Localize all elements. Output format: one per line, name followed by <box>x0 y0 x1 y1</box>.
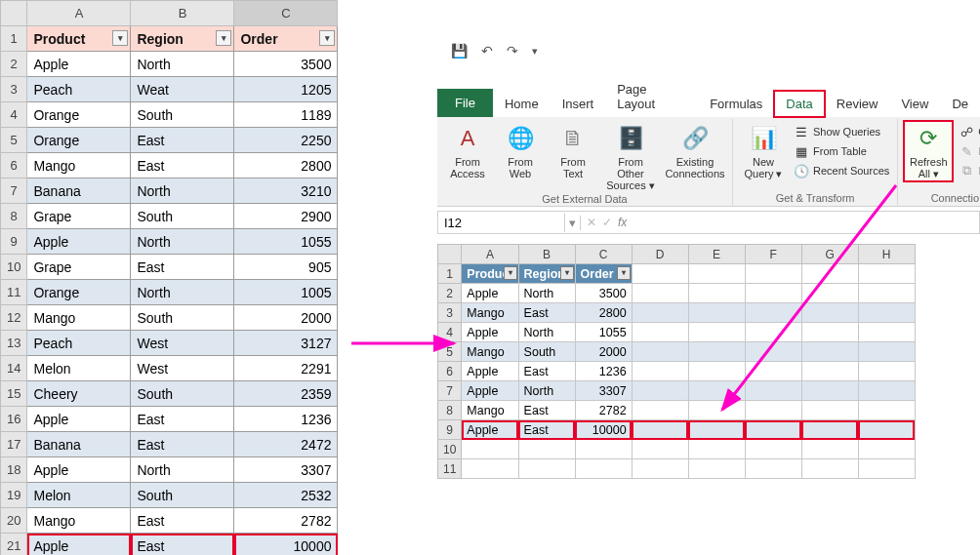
cell[interactable] <box>518 459 575 479</box>
cell[interactable] <box>688 420 745 440</box>
cell[interactable] <box>858 440 915 459</box>
cell[interactable] <box>575 440 632 459</box>
row-header[interactable]: 3 <box>1 77 27 102</box>
filter-icon[interactable]: ▾ <box>617 266 631 280</box>
cell-region[interactable]: North <box>131 229 234 255</box>
row-header[interactable]: 1 <box>1 26 27 52</box>
cell-product[interactable]: Melon <box>27 483 131 508</box>
cell-product[interactable]: Mango <box>27 153 131 178</box>
cell-region[interactable]: East <box>131 407 234 432</box>
row-header[interactable]: 4 <box>1 102 27 128</box>
cell[interactable] <box>858 420 915 440</box>
cell-region[interactable]: East <box>131 153 234 178</box>
row-header[interactable]: 16 <box>1 407 27 432</box>
cell[interactable] <box>745 440 801 459</box>
cell-order[interactable]: 2000 <box>575 342 632 362</box>
filter-icon[interactable]: ▾ <box>216 30 231 46</box>
cell-product[interactable]: Apple <box>462 323 518 342</box>
col-header-b[interactable]: B <box>131 1 234 26</box>
cell[interactable] <box>688 381 745 401</box>
cell[interactable] <box>688 362 745 381</box>
cell[interactable] <box>858 342 915 362</box>
cell-order[interactable]: 1236 <box>575 362 632 381</box>
cell-order[interactable]: 1055 <box>575 323 632 342</box>
qat-customize-icon[interactable]: ▾ <box>532 45 538 58</box>
cell-region[interactable]: East <box>518 401 575 420</box>
name-box[interactable]: I12 <box>438 214 565 232</box>
cell[interactable] <box>858 303 915 323</box>
cell[interactable] <box>688 440 745 459</box>
cell[interactable] <box>858 401 915 420</box>
cell[interactable] <box>632 362 688 381</box>
row-header[interactable]: 15 <box>1 381 27 407</box>
row-header[interactable]: 19 <box>1 483 27 508</box>
cell-region[interactable]: East <box>131 432 234 457</box>
cell[interactable] <box>801 264 858 284</box>
row-header[interactable]: 18 <box>1 457 27 483</box>
cell-region[interactable]: Weat <box>131 77 234 102</box>
cell-region[interactable]: East <box>131 508 234 534</box>
cell[interactable] <box>632 381 688 401</box>
cell-order[interactable]: 2291 <box>234 356 338 381</box>
cell-order[interactable]: 3307 <box>234 457 338 483</box>
cell-order[interactable]: 10000 <box>234 534 338 556</box>
cell[interactable] <box>688 284 745 303</box>
cell-region[interactable]: South <box>131 381 234 407</box>
col-header-e[interactable]: E <box>688 245 745 264</box>
row-header[interactable]: 17 <box>1 432 27 457</box>
cell[interactable] <box>688 264 745 284</box>
cell-product[interactable]: Orange <box>27 280 131 305</box>
cell-order[interactable]: 1236 <box>234 407 338 432</box>
cell-region[interactable]: East <box>518 303 575 323</box>
cell-product[interactable]: Grape <box>27 204 131 229</box>
cell-order[interactable]: 905 <box>234 255 338 280</box>
cell[interactable] <box>688 459 745 479</box>
cell-region[interactable]: East <box>131 128 234 153</box>
cell-order[interactable]: 2782 <box>575 401 632 420</box>
col-header-a[interactable]: A <box>462 245 518 264</box>
cell[interactable] <box>858 362 915 381</box>
cell-product[interactable]: Peach <box>27 77 131 102</box>
cell-order[interactable]: 2000 <box>234 305 338 331</box>
row-header[interactable]: 4 <box>438 323 462 342</box>
cell-order[interactable]: 2472 <box>234 432 338 457</box>
cell[interactable] <box>745 264 801 284</box>
cell-product[interactable]: Banana <box>27 178 131 204</box>
cell[interactable] <box>632 342 688 362</box>
cell[interactable] <box>801 284 858 303</box>
row-header[interactable]: 2 <box>438 284 462 303</box>
cell-product[interactable]: Banana <box>27 432 131 457</box>
from-table-button[interactable]: ▦From Table <box>792 142 891 160</box>
cell-product[interactable]: Apple <box>27 407 131 432</box>
col-header-d[interactable]: D <box>632 245 688 264</box>
cell[interactable] <box>801 381 858 401</box>
tab-file[interactable]: File <box>437 89 493 117</box>
save-icon[interactable]: 💾 <box>451 43 468 59</box>
cell[interactable] <box>745 362 801 381</box>
cell-region[interactable]: North <box>131 457 234 483</box>
existing-connections-button[interactable]: 🔗Existing Connections <box>664 121 726 181</box>
row-header[interactable]: 1 <box>438 264 462 284</box>
cell-region[interactable]: North <box>518 284 575 303</box>
cell[interactable] <box>745 323 801 342</box>
row-header[interactable]: 9 <box>438 420 462 440</box>
cell-order[interactable]: 2359 <box>234 381 338 407</box>
row-header[interactable]: 5 <box>1 128 27 153</box>
header-product[interactable]: Product▾ <box>27 26 131 52</box>
cell-order[interactable]: 3127 <box>234 331 338 356</box>
cell-product[interactable]: Apple <box>462 284 518 303</box>
cell-region[interactable]: North <box>518 381 575 401</box>
cell[interactable] <box>518 440 575 459</box>
from-access-button[interactable]: AFrom Access <box>443 121 492 181</box>
row-header[interactable]: 10 <box>438 440 462 459</box>
cell-product[interactable]: Peach <box>27 331 131 356</box>
refresh-all-button[interactable]: ⟳Refresh All ▾ <box>904 121 953 181</box>
cell-order[interactable]: 2532 <box>234 483 338 508</box>
cell[interactable] <box>575 459 632 479</box>
tab-view[interactable]: View <box>889 91 940 117</box>
cell-product[interactable]: Mango <box>462 342 518 362</box>
cell-product[interactable]: Apple <box>27 534 131 556</box>
row-header[interactable]: 6 <box>438 362 462 381</box>
cell[interactable] <box>688 342 745 362</box>
cancel-icon[interactable]: ✕ <box>587 216 596 229</box>
